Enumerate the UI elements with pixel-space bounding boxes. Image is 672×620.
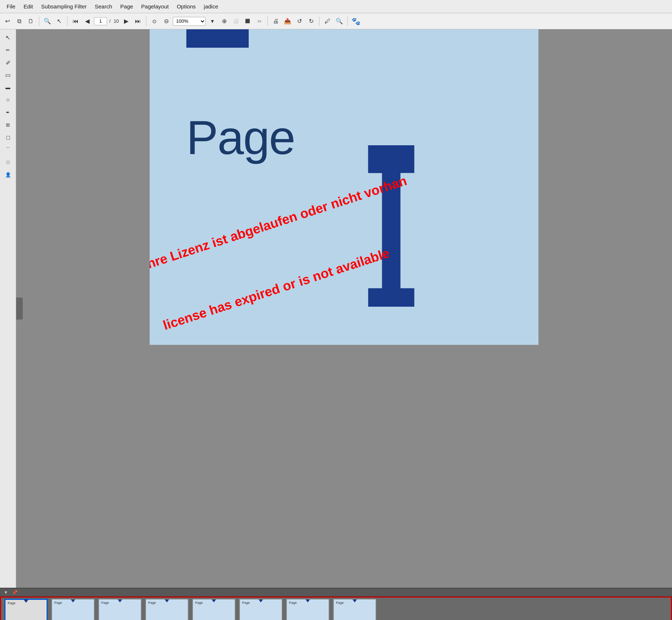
tool-polygon[interactable]: ⬡ [2,156,14,168]
thumb-page-label-8: Page [336,601,344,605]
menubar: File Edit Subsampling Filter Search Page… [0,0,672,13]
strip-pin-btn[interactable]: 📌 [11,589,18,596]
thumb-triangle-6 [259,599,263,602]
toolbar-save-icon[interactable]: 🗋 [26,16,36,26]
menu-page[interactable]: Page [117,2,137,11]
thumb-page-label-2: Page [54,601,62,605]
thumb-page-1: Page Ihre Lizenz ist abgelaufenlicense h… [4,599,48,620]
toolbar-zoom-out-btn[interactable]: ⊖ [161,16,171,26]
toolbar-zoom-in-btn[interactable]: ⊕ [219,16,229,26]
tool-rect[interactable]: ▭ [2,69,14,81]
toolbar-page-input[interactable] [94,17,107,25]
page-title-text: Page [186,110,295,165]
thumb-page-label-7: Page [289,601,297,605]
tool-diagonal-pen[interactable]: ✏ [0,54,16,70]
toolbar-sep-5 [319,17,319,26]
svg-rect-2 [368,288,414,307]
thumbnail-item-3[interactable]: Page Ihre Lizenz ist abgelaufenlicense h… [98,599,142,620]
toolbar-back-icon[interactable]: ↩ [2,16,12,26]
thumb-page-8: Page Ihre Lizenz ist abgelaufenlicense h… [333,599,376,620]
tool-rect-fill[interactable]: ▬ [2,81,14,93]
toolbar-sep-3 [146,17,146,26]
thumb-page-4: Page Ihre Lizenz ist abgelaufenlicense h… [145,599,189,620]
toolbar-more-icon[interactable]: 🐾 [351,16,361,26]
thumbnail-item-6[interactable]: Page Ihre Lizenz ist abgelaufenlicense h… [239,599,283,620]
toolbar-zoom-circle-icon[interactable]: ⊙ [149,16,160,26]
thumbnail-item-5[interactable]: Page Ihre Lizenz ist abgelaufenlicense h… [192,599,236,620]
tool-pencil[interactable]: ✒ [2,106,14,118]
page-big-number [333,145,440,308]
thumbnail-item-2[interactable]: Page Ihre Lizenz ist abgelaufenlicense h… [51,599,95,620]
thumbnail-item-8[interactable]: Page Ihre Lizenz ist abgelaufenlicense h… [333,599,377,620]
menu-file[interactable]: File [3,2,19,11]
thumb-triangle-5 [212,599,216,602]
toolbar-zoom-dropdown-btn[interactable]: ▾ [207,16,218,26]
thumb-triangle-1 [24,600,28,603]
thumbnail-item-7[interactable]: Page Ihre Lizenz ist abgelaufenlicense h… [286,599,330,620]
toolbar-cursor-icon[interactable]: ↖ [54,16,64,26]
menu-options[interactable]: Options [173,2,200,11]
toolbar-highlight-icon[interactable]: 🔍 [334,16,344,26]
tool-ellipse[interactable]: ○ [2,94,14,106]
toolbar-page-sep: / [109,18,112,24]
thumb-triangle-7 [306,599,310,602]
toolbar-last-page-btn[interactable]: ⏭ [133,16,143,26]
thumbnail-strip-container: ▼ 📌 Page Ihre Lizenz ist abgelaufenlicen… [0,588,672,620]
toolbar-sep-6 [347,17,348,26]
thumbnail-item-1[interactable]: Page Ihre Lizenz ist abgelaufenlicense h… [4,599,48,620]
toolbar-next-page-btn[interactable]: ▶ [121,16,131,26]
menu-subsampling-filter[interactable]: Subsampling Filter [37,2,90,11]
toolbar-fit-width-icon[interactable]: ⬛ [242,16,253,26]
main-area: ↖ ✏ ✏ ▭ ▬ ○ ✒ ⊞ ▢ ⌒ ⬡ 👤 Page [0,29,672,588]
thumbnail-strip: Page Ihre Lizenz ist abgelaufenlicense h… [0,597,672,620]
toolbar-first-page-btn[interactable]: ⏮ [70,16,81,26]
toolbar-print-icon[interactable]: 🖨 [271,16,281,26]
toolbar-export-icon[interactable]: 📤 [282,16,293,26]
toolbar-fit-height-icon[interactable]: ▭ [254,16,264,26]
toolbar-zoom-select[interactable]: 100% 50% 75% 125% 150% 200% [173,17,206,26]
toolbar-sep-2 [67,17,67,26]
toolbar-sep-4 [267,17,268,26]
thumb-triangle-2 [71,599,75,602]
menu-edit[interactable]: Edit [20,2,37,11]
thumb-triangle-3 [118,599,122,602]
toolbar-sep-1 [39,17,39,26]
thumb-page-label-5: Page [195,601,203,605]
tool-stamp[interactable]: ⊞ [2,119,14,131]
toolbar-total-pages: 10 [113,18,120,24]
tool-rect2[interactable]: ▢ [2,131,14,143]
toolbar-zoom-icon[interactable]: 🔍 [42,16,52,26]
page-document: Page Ihre Lizenz ist abgelaufen oder nic… [150,29,538,345]
thumb-page-5: Page Ihre Lizenz ist abgelaufenlicense h… [192,599,235,620]
toolbar-rotate-cw-icon[interactable]: ↻ [306,16,316,26]
thumb-page-label-6: Page [242,601,250,605]
menu-search[interactable]: Search [91,2,116,11]
svg-marker-1 [368,145,391,173]
tool-curve[interactable]: ⌒ [2,144,14,156]
canvas-area: Page Ihre Lizenz ist abgelaufen oder nic… [16,29,672,588]
thumb-page-6: Page Ihre Lizenz ist abgelaufenlicense h… [239,599,282,620]
toolbar-annotation-icon[interactable]: 🖊 [322,16,333,26]
thumb-page-label-1: Page [8,601,15,605]
menu-pagelayout[interactable]: Pagelayout [138,2,172,11]
toolbar-copy-icon[interactable]: ⧉ [14,16,24,26]
tool-person[interactable]: 👤 [2,169,14,180]
toolbar-rotate-icon[interactable]: ↺ [294,16,304,26]
thumb-triangle-8 [353,599,357,602]
thumbnail-strip-topbar: ▼ 📌 [0,588,672,597]
thumb-triangle-4 [165,599,169,602]
tool-arrow[interactable]: ↖ [2,32,14,43]
scroll-handle[interactable] [16,298,23,320]
left-toolbar: ↖ ✏ ✏ ▭ ▬ ○ ✒ ⊞ ▢ ⌒ ⬡ 👤 [0,29,16,588]
thumbnail-item-4[interactable]: Page Ihre Lizenz ist abgelaufenlicense h… [145,599,189,620]
toolbar: ↩ ⧉ 🗋 🔍 ↖ ⏮ ◀ / 10 ▶ ⏭ ⊙ ⊖ 100% 50% 75% … [0,13,672,29]
tool-pen[interactable]: ✏ [2,44,14,56]
thumb-page-7: Page Ihre Lizenz ist abgelaufenlicense h… [286,599,329,620]
toolbar-fit-icon[interactable]: ⬜ [231,16,241,26]
thumb-page-label-4: Page [148,601,156,605]
strip-arrow-down-btn[interactable]: ▼ [2,589,10,596]
toolbar-prev-page-btn[interactable]: ◀ [82,16,92,26]
menu-jadice[interactable]: jadice [200,2,222,11]
thumb-page-label-3: Page [101,601,109,605]
thumb-page-3: Page Ihre Lizenz ist abgelaufenlicense h… [98,599,142,620]
